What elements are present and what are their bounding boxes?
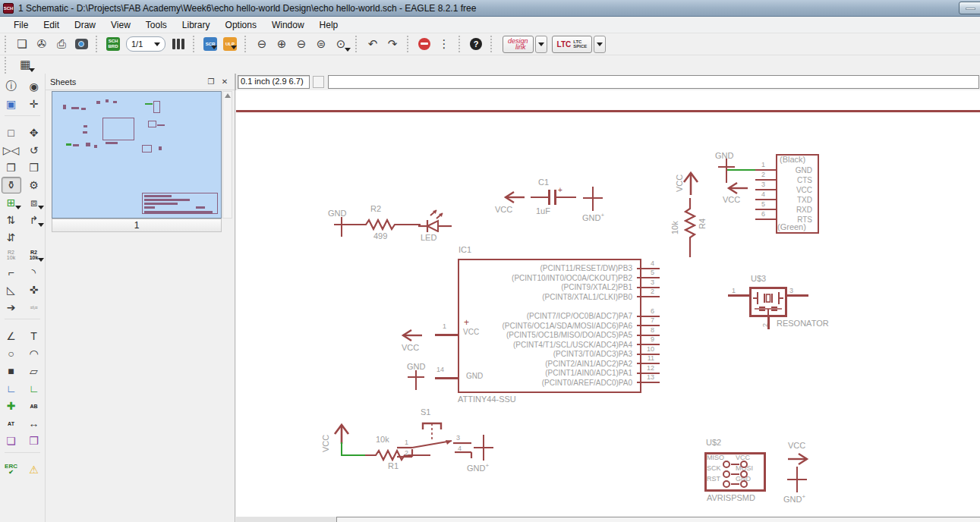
print-button[interactable]: ⎙ — [52, 35, 71, 53]
ic-pin-row[interactable]: (PCINT0/AREF/ADC0)PA0 13 — [458, 379, 664, 388]
info-tool[interactable]: ⓘ — [2, 78, 21, 95]
attribute-tool[interactable]: AT — [2, 415, 21, 432]
replace-tool[interactable]: ↱ — [24, 212, 44, 228]
net-wire-r1-h[interactable] — [341, 454, 367, 456]
junction-tool[interactable]: ✚ — [2, 398, 21, 414]
ic-pin-row[interactable]: (PCINT5/OC1B/MISO/DO/ADC5)PA5 8 — [458, 331, 664, 341]
add-part-tool[interactable]: ⊞ — [2, 194, 21, 211]
minimize-button[interactable] — [959, 2, 980, 14]
export-image-button[interactable] — [71, 35, 91, 53]
ic-pin-row[interactable]: (PCINT8/XTAL1/CLKI)PB0 2 — [458, 293, 664, 303]
run-script-button[interactable]: SCR — [203, 37, 217, 51]
command-input[interactable] — [328, 75, 979, 89]
route-tool[interactable]: ➔ — [2, 299, 21, 316]
undo-button[interactable]: ↶ — [363, 35, 383, 53]
meander-tool[interactable]: ≡\≡ — [24, 299, 44, 316]
paste-tool[interactable]: ❒ — [24, 159, 44, 176]
close-panel-button[interactable]: ✕ — [219, 77, 230, 87]
ic-pin-row[interactable]: (PCINT3/T0/ADC3)PA3 10 — [458, 350, 664, 360]
toolbar-handle[interactable] — [407, 36, 411, 52]
module-tool[interactable]: ❏ — [2, 432, 21, 449]
coord-mode-button[interactable] — [313, 76, 324, 88]
sheet-1-label[interactable]: 1 — [52, 219, 222, 232]
ic-pin-row[interactable]: (PCINT11/RESET/DW)PB3 4 — [458, 264, 664, 274]
design-link-button[interactable]: design link — [503, 36, 534, 53]
errors-tool[interactable]: ⚠ — [24, 461, 44, 478]
menu-item[interactable]: Edit — [36, 17, 67, 33]
change-tool[interactable]: ⚙ — [24, 177, 44, 193]
options-dots-button[interactable]: ⋮ — [434, 35, 454, 53]
toolbar-handle[interactable] — [458, 36, 463, 52]
copy-tool[interactable]: ❐ — [2, 159, 21, 176]
bus-tool[interactable]: ∟ — [2, 380, 21, 397]
port-tool[interactable]: ❒ — [24, 432, 44, 449]
sch-brd-toggle-button[interactable]: SCHBRD — [106, 37, 120, 51]
arc-tool[interactable]: ◠ — [24, 345, 44, 362]
erc-tool[interactable]: ERC ✔ — [2, 461, 21, 478]
redo-button[interactable]: ↷ — [383, 35, 402, 53]
toolbar-handle[interactable] — [96, 36, 100, 52]
text-tool[interactable]: T — [24, 328, 44, 344]
group-tool[interactable]: □ — [2, 124, 21, 141]
net-tool[interactable]: ∟ — [24, 380, 44, 397]
toolbar-handle[interactable] — [244, 36, 249, 52]
menu-item[interactable]: Tools — [138, 17, 175, 33]
horizontal-scrollbar[interactable] — [236, 517, 980, 522]
dimension-tool[interactable]: ↔ — [24, 415, 44, 432]
show-tool[interactable]: ◉ — [24, 78, 44, 95]
label-tool[interactable]: AB — [24, 398, 44, 414]
display-layers-tool[interactable]: ▣ — [2, 96, 21, 112]
zoom-redraw-button[interactable]: ⊜ — [311, 35, 331, 53]
help-button[interactable]: ? — [466, 35, 486, 53]
menu-item[interactable]: Library — [175, 17, 218, 33]
blank[interactable] — [24, 229, 44, 246]
smash-tool[interactable]: R2 10k — [24, 247, 44, 263]
menu-item[interactable]: File — [6, 17, 36, 33]
move-tool[interactable]: ✥ — [24, 124, 44, 141]
rotate-tool[interactable]: ↺ — [24, 142, 44, 159]
zoom-out-button[interactable]: ⊖ — [291, 35, 311, 53]
name-tool[interactable]: R2 10k — [2, 247, 21, 263]
grid-button[interactable]: ▦ — [15, 55, 35, 74]
toolbar-handle[interactable] — [5, 36, 9, 52]
mirror-tool[interactable]: ▷◁ — [2, 142, 21, 159]
optimize-tool[interactable]: ✜ — [24, 281, 44, 298]
wire-tool[interactable]: ∠ — [2, 328, 21, 344]
zoom-in-button[interactable]: ⊕ — [272, 35, 291, 53]
round-miter-tool[interactable]: ◝ — [24, 264, 44, 281]
sheet-selector[interactable]: 1/1 — [126, 36, 165, 52]
ltc-spice-dropdown[interactable] — [594, 36, 606, 53]
pinswap-tool[interactable]: ⇅ — [2, 212, 21, 228]
split-tool[interactable]: ◺ — [2, 281, 21, 298]
ic-pin-row[interactable]: (PCINT7/ICP/OC0B/ADC7)PA7 6 — [458, 312, 664, 322]
sheet-thumbnail[interactable] — [52, 91, 222, 219]
save-button[interactable]: ✇ — [32, 35, 52, 53]
zoom-fit-button[interactable]: ⊖ — [252, 35, 272, 53]
library-button[interactable] — [169, 35, 188, 53]
ltc-spice-button[interactable]: LTC LTC SPICE — [552, 36, 593, 53]
gateswap-tool[interactable]: ⇵ — [2, 229, 21, 246]
invoke-tool[interactable]: ⧈ — [24, 194, 44, 211]
ic-pin-row[interactable]: (PCINT1/AIN0/ADC1)PA1 12 — [458, 369, 664, 379]
open-button[interactable]: ❏ — [12, 35, 32, 53]
run-ulp-button[interactable]: ULP — [223, 37, 237, 51]
menu-item[interactable]: Options — [218, 17, 264, 33]
stop-button[interactable] — [414, 35, 434, 53]
ic-pin-row[interactable]: (PCINT2/AIN1/ADC2)PA2 11 — [458, 360, 664, 369]
menu-item[interactable]: Help — [312, 17, 346, 33]
schematic-canvas[interactable]: GND R2 499 LED VCC C1 — [236, 90, 980, 517]
ic-pin-row[interactable]: (PCINT4/T1/SCL/USCK/ADC4)PA4 9 — [458, 341, 664, 351]
float-panel-button[interactable]: ❐ — [206, 77, 216, 87]
ic-pin-row[interactable]: (PCINT6/OC1A/SDA/MOSI/ADC6)PA6 7 — [458, 322, 664, 332]
design-link-dropdown[interactable] — [535, 36, 547, 53]
ic-pin-row[interactable]: (PCINT10/INT0/OC0A/CKOUT)PB2 5 — [458, 274, 664, 284]
ic-pin-row[interactable]: (PCINT9/XTAL2)PB1 3 — [458, 283, 664, 293]
zoom-select-button[interactable]: ⊙ — [331, 35, 351, 53]
circle-tool[interactable]: ○ — [2, 345, 21, 362]
rect-tool[interactable]: ■ — [2, 363, 21, 379]
menu-item[interactable]: View — [103, 17, 138, 33]
menu-item[interactable]: Draw — [67, 17, 103, 33]
toolbar-handle[interactable] — [490, 36, 495, 52]
miter-tool[interactable]: ⌐ — [2, 264, 21, 281]
mark-tool[interactable]: ✛ — [24, 96, 44, 112]
